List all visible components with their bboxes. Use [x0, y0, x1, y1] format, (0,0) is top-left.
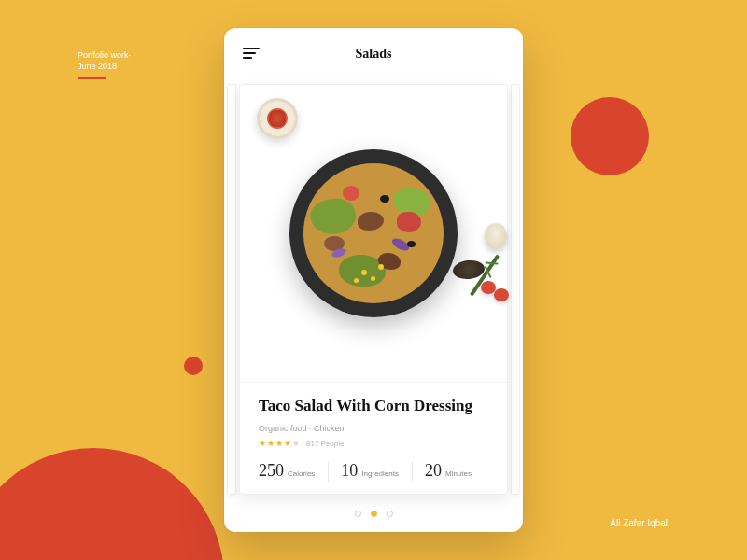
- recipe-subtitle: Organic food · Chicken: [259, 424, 488, 433]
- card-carousel[interactable]: Taco Salad With Corn Dressing Organic fo…: [224, 80, 523, 532]
- stat-ingredients: 10 Ingredients: [328, 461, 399, 481]
- pager-dot-2[interactable]: [387, 511, 393, 517]
- portfolio-underline: [78, 77, 106, 79]
- page-title: Salads: [356, 47, 392, 62]
- stat-label: Calories: [288, 469, 315, 478]
- recipe-card[interactable]: Taco Salad With Corn Dressing Organic fo…: [239, 84, 508, 495]
- bg-circle-small: [184, 357, 203, 375]
- portfolio-line2: June 2018: [78, 62, 117, 71]
- recipe-info: Taco Salad With Corn Dressing Organic fo…: [240, 382, 507, 494]
- garnish-decor: [447, 223, 513, 307]
- author-credit: Ali Zafar Iqbal: [610, 518, 668, 528]
- phone-mockup: Salads: [224, 28, 523, 532]
- recipe-title: Taco Salad With Corn Dressing: [259, 396, 488, 416]
- rating: ★★★★★ 817 People: [259, 439, 488, 448]
- recipe-image: [240, 85, 507, 382]
- star-icons: ★★★★★: [259, 439, 301, 448]
- pager: [224, 511, 523, 517]
- stats: 250 Calories 10 Ingredients 20 Minutes: [259, 461, 488, 481]
- portfolio-caption: Portfolio work· June 2018: [78, 50, 131, 72]
- salad-food: [303, 163, 444, 303]
- portfolio-line1: Portfolio work·: [78, 50, 131, 60]
- stat-label: Ingredients: [361, 469, 399, 478]
- sauce-bowl: [257, 98, 298, 139]
- stat-value: 10: [341, 461, 358, 481]
- bg-circle-large: [0, 448, 224, 560]
- menu-icon[interactable]: [243, 48, 261, 61]
- plate: [289, 149, 458, 317]
- stat-value: 250: [259, 461, 284, 481]
- pager-dot-1[interactable]: [371, 511, 377, 517]
- rating-count: 817 People: [306, 440, 344, 448]
- stat-label: Minutes: [445, 469, 472, 478]
- stat-value: 20: [425, 461, 442, 481]
- pager-dot-0[interactable]: [355, 511, 361, 517]
- bg-circle-medium: [571, 97, 649, 175]
- card-peek-prev[interactable]: [227, 84, 236, 495]
- app-header: Salads: [224, 28, 523, 80]
- stat-calories: 250 Calories: [259, 461, 315, 481]
- stat-minutes: 20 Minutes: [412, 461, 472, 481]
